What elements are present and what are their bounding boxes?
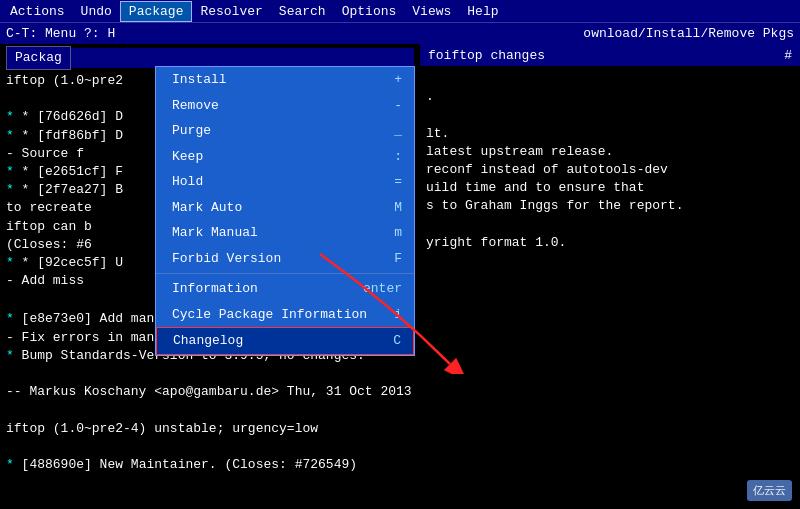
menu-search[interactable]: Search [271,2,334,21]
menu-help[interactable]: Help [459,2,506,21]
terminal-line: reconf instead of autotools-dev [426,161,794,179]
right-panel-title: iftop changes [444,48,545,63]
terminal-line: latest upstream release. [426,143,794,161]
menu-item-install[interactable]: Install + [156,67,414,93]
terminal-line: . [426,88,794,106]
terminal-line: iftop (1.0~pre2-4) unstable; urgency=low [6,420,414,438]
right-panel-header: fo iftop changes # [420,44,800,66]
watermark: 亿云云 [747,480,792,501]
menu-item-information[interactable]: Information enter [156,276,414,302]
terminal-line [6,401,414,419]
terminal-line: s to Graham Inggs for the report. [426,197,794,215]
terminal-line: -- Markus Koschany <apo@gambaru.de> Thu,… [6,383,414,401]
toolbar-right: ownload/Install/Remove Pkgs [583,26,798,41]
menu-item-mark-manual[interactable]: Mark Manual m [156,220,414,246]
terminal-line [426,70,794,88]
menu-item-purge[interactable]: Purge _ [156,118,414,144]
menu-item-remove[interactable]: Remove - [156,93,414,119]
menu-undo[interactable]: Undo [73,2,120,21]
toolbar: C-T: Menu ?: H ownload/Install/Remove Pk… [0,22,800,44]
menu-item-keep[interactable]: Keep : [156,144,414,170]
menu-resolver[interactable]: Resolver [192,2,270,21]
terminal-line [426,216,794,234]
terminal-line: * [488690e] New Maintainer. (Closes: #72… [6,456,414,474]
menubar: Actions Undo Package Resolver Search Opt… [0,0,800,22]
menu-item-mark-auto[interactable]: Mark Auto M [156,195,414,221]
menu-actions[interactable]: Actions [2,2,73,21]
menu-item-cycle-package[interactable]: Cycle Package Information i [156,302,414,328]
terminal-line: uild time and to ensure that [426,179,794,197]
package-dropdown-menu: Install + Remove - Purge _ Keep : Hold =… [155,66,415,356]
menu-item-hold[interactable]: Hold = [156,169,414,195]
terminal-line [6,438,414,456]
terminal-line [6,365,414,383]
left-tab[interactable]: Packag [6,46,71,70]
terminal-line [426,106,794,124]
terminal-line: lt. [426,125,794,143]
right-panel-content: . lt. latest upstream release. reconf in… [420,66,800,256]
toolbar-left: C-T: Menu ?: H [2,26,119,41]
terminal-line: yright format 1.0. [426,234,794,252]
right-panel-label: fo [428,48,444,63]
right-panel-hash: # [784,48,792,63]
right-panel: fo iftop changes # . lt. latest upstream… [420,44,800,509]
menu-options[interactable]: Options [334,2,405,21]
menu-divider [156,273,414,274]
menu-package[interactable]: Package [120,1,193,22]
main-content: Packag iftop (1.0~pre2 * * [76d626d] D *… [0,44,800,509]
menu-item-forbid-version[interactable]: Forbid Version F [156,246,414,272]
menu-views[interactable]: Views [404,2,459,21]
menu-item-changelog[interactable]: Changelog C [156,327,414,355]
